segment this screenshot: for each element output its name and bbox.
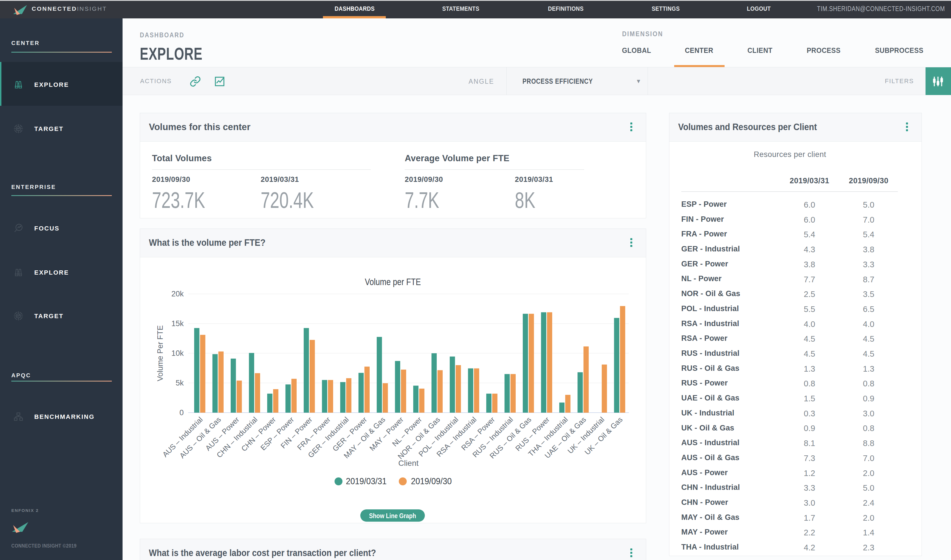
svg-text:5k: 5k (176, 379, 184, 387)
svg-text:0: 0 (179, 408, 184, 417)
svg-text:Show Line Graph: Show Line Graph (369, 512, 416, 520)
svg-text:2019/09/30: 2019/09/30 (411, 476, 452, 486)
svg-text:15k: 15k (171, 319, 184, 328)
svg-text:Client: Client (398, 459, 419, 468)
svg-text:2019/03/31: 2019/03/31 (346, 476, 387, 486)
svg-text:Volume Per FTE: Volume Per FTE (156, 325, 165, 381)
svg-text:10k: 10k (171, 349, 184, 357)
svg-text:Volume per FTE: Volume per FTE (365, 276, 421, 287)
svg-text:20k: 20k (171, 289, 184, 298)
